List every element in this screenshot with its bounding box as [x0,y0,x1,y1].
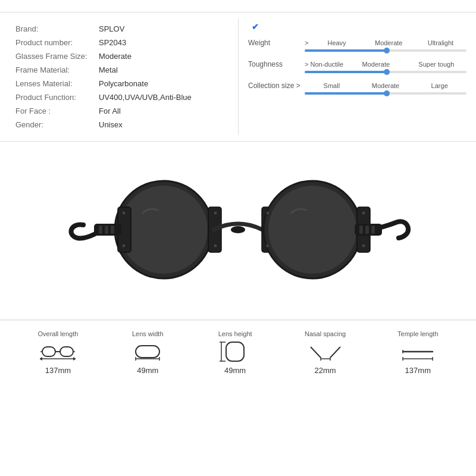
svg-point-22 [266,244,270,248]
specs-section: Brand: SPLOV Product number: SP2043 Glas… [0,12,476,142]
products-index-title: ✔ [248,22,466,32]
sunglasses-svg [65,154,411,308]
spec-value: UV400,UVA/UVB,Anti-Blue [95,90,226,104]
toughness-track [305,71,466,73]
weight-marker [384,48,390,54]
weight-ultralight: Ultralight [415,39,466,46]
measurement-value: 137mm [45,366,71,375]
measurement-icon-overall [40,341,76,362]
measurement-label: Lens height [218,330,252,337]
spec-row: Product Function: UV400,UVA/UVB,Anti-Blu… [12,90,226,104]
spec-label: Product Function: [12,90,95,104]
weight-label: Weight [248,39,305,47]
measurements-section: Overall length 137mm Lens width 49mm Len… [0,320,476,381]
svg-rect-11 [105,226,108,234]
svg-point-7 [268,186,356,274]
products-index: ✔ Weight > Heavy Moderate Ultralight Tou… [238,18,476,135]
toughness-sep: > Non-ductile [305,61,343,68]
specs-table: Brand: SPLOV Product number: SP2043 Glas… [12,22,226,131]
measurement-icon-nasal [308,341,343,362]
spec-value: Moderate [95,49,226,63]
svg-point-18 [122,244,126,248]
collection-small: Small [305,82,359,89]
weight-fill [305,49,389,52]
svg-rect-15 [365,226,369,234]
svg-line-42 [330,347,340,358]
measurement-label: Lens width [132,330,164,337]
measurement-label: Nasal spacing [305,330,346,337]
toughness-marker [384,69,390,75]
measurement-icon-lens-height [217,341,253,362]
index-row-weight: Weight > Heavy Moderate Ultralight [248,39,466,52]
spec-row: Glasses Frame Size: Moderate [12,49,226,63]
spec-label: Lenses Material: [12,77,95,90]
spec-row: For Face : For All [12,104,226,118]
spec-value: Polycarbonate [95,77,226,90]
svg-rect-10 [99,226,102,234]
svg-marker-32 [73,357,76,361]
collection-label: Collection size > [248,82,305,90]
spec-value: SPLOV [95,22,226,36]
svg-point-21 [266,211,270,215]
index-row-collection: Collection size > Small Moderate Large [248,82,466,95]
svg-marker-31 [40,357,42,361]
svg-rect-25 [42,347,55,356]
weight-heavy: Heavy [311,39,362,46]
svg-point-24 [362,244,365,248]
spec-value: Metal [95,63,226,77]
spec-row: Lenses Material: Polycarbonate [12,77,226,90]
spec-label: Glasses Frame Size: [12,49,95,63]
measurement-nasal: Nasal spacing 22mm [305,330,346,375]
svg-rect-14 [359,226,363,234]
toughness-super: Super tough [406,61,466,68]
svg-point-19 [214,211,217,215]
spec-label: For Face : [12,104,95,118]
measurement-value: 137mm [405,366,431,375]
spec-row: Product number: SP2043 [12,36,226,49]
sunglasses-image [0,142,476,320]
measurement-temple: Temple length 137mm [397,330,439,375]
svg-rect-33 [136,346,159,358]
weight-track [305,49,466,52]
weight-moderate: Moderate [363,39,415,46]
svg-rect-26 [60,347,73,356]
spec-row: Gender: Unisex [12,118,226,131]
index-row-toughness: Toughness > Non-ductile Moderate Super t… [248,60,466,73]
measurement-lens-height: Lens height 49mm [217,330,253,375]
measurement-value: 49mm [224,366,246,375]
svg-point-1 [120,186,208,274]
measurement-icon-lens-width [130,341,165,362]
measurement-value: 22mm [315,366,336,375]
spec-label: Gender: [12,118,95,131]
svg-rect-16 [371,226,375,234]
measurement-value: 49mm [137,366,158,375]
check-icon: ✔ [252,22,259,32]
spec-value: Unisex [95,118,226,131]
toughness-fill [305,71,389,73]
spec-label: Product number: [12,36,95,49]
measurement-lens-width: Lens width 49mm [130,330,165,375]
spec-label: Brand: [12,22,95,36]
toughness-label: Toughness [248,60,305,68]
weight-sep: > [305,39,308,46]
spec-label: Frame Material: [12,63,95,77]
collection-moderate: Moderate [359,82,413,89]
svg-rect-37 [226,342,244,361]
measurement-icon-temple [400,341,436,362]
measurement-label: Overall length [37,330,78,337]
svg-point-20 [214,244,217,248]
spec-row: Brand: SPLOV [12,22,226,36]
svg-line-41 [311,347,321,358]
toughness-moderate: Moderate [346,61,406,68]
page-title [0,0,476,12]
collection-marker [384,90,390,96]
svg-point-17 [122,211,126,215]
collection-large: Large [412,82,466,89]
spec-value: SP2043 [95,36,226,49]
measurement-overall: Overall length 137mm [37,330,78,375]
spec-value: For All [95,104,226,118]
svg-point-4 [231,226,245,233]
svg-point-23 [362,211,365,215]
spec-row: Frame Material: Metal [12,63,226,77]
measurement-label: Temple length [397,330,439,337]
